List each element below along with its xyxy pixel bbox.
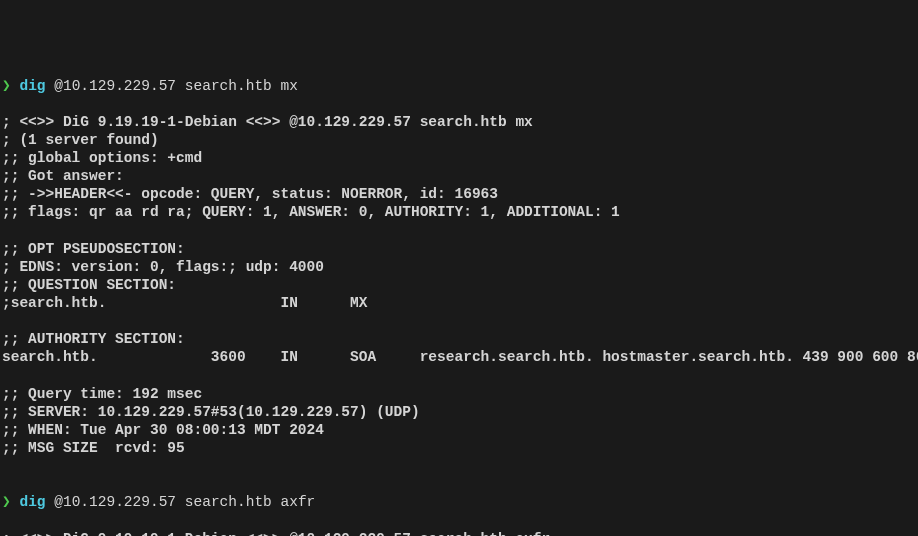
output-line: ;; QUESTION SECTION: bbox=[2, 277, 176, 293]
output-line: ;; Got answer: bbox=[2, 168, 124, 184]
output-line: ;; Query time: 192 msec bbox=[2, 386, 202, 402]
prompt-symbol: ❯ bbox=[2, 494, 11, 510]
output-line: ;; WHEN: Tue Apr 30 08:00:13 MDT 2024 bbox=[2, 422, 324, 438]
command-name: dig bbox=[19, 78, 45, 94]
output-line: ;; SERVER: 10.129.229.57#53(10.129.229.5… bbox=[2, 404, 420, 420]
terminal-output: ❯ dig @10.129.229.57 search.htb mx ; <<>… bbox=[2, 77, 916, 537]
output-line: ;; OPT PSEUDOSECTION: bbox=[2, 241, 185, 257]
prompt-symbol: ❯ bbox=[2, 78, 11, 94]
prompt-line-2[interactable]: ❯ dig @10.129.229.57 search.htb axfr bbox=[2, 494, 315, 510]
output-line: ;; flags: qr aa rd ra; QUERY: 1, ANSWER:… bbox=[2, 204, 620, 220]
command-args: @10.129.229.57 search.htb mx bbox=[54, 78, 298, 94]
output-line: ; EDNS: version: 0, flags:; udp: 4000 bbox=[2, 259, 324, 275]
command-args: @10.129.229.57 search.htb axfr bbox=[54, 494, 315, 510]
output-line: search.htb. 3600 IN SOA research.search.… bbox=[2, 349, 918, 365]
command-name: dig bbox=[19, 494, 45, 510]
output-line: ; <<>> DiG 9.19.19-1-Debian <<>> @10.129… bbox=[2, 531, 550, 536]
output-line: ;; ->>HEADER<<- opcode: QUERY, status: N… bbox=[2, 186, 498, 202]
output-line: ;search.htb. IN MX bbox=[2, 295, 367, 311]
output-line: ; (1 server found) bbox=[2, 132, 159, 148]
prompt-line-1[interactable]: ❯ dig @10.129.229.57 search.htb mx bbox=[2, 78, 298, 94]
output-line: ;; global options: +cmd bbox=[2, 150, 202, 166]
output-line: ;; MSG SIZE rcvd: 95 bbox=[2, 440, 185, 456]
output-line: ;; AUTHORITY SECTION: bbox=[2, 331, 185, 347]
output-line: ; <<>> DiG 9.19.19-1-Debian <<>> @10.129… bbox=[2, 114, 533, 130]
